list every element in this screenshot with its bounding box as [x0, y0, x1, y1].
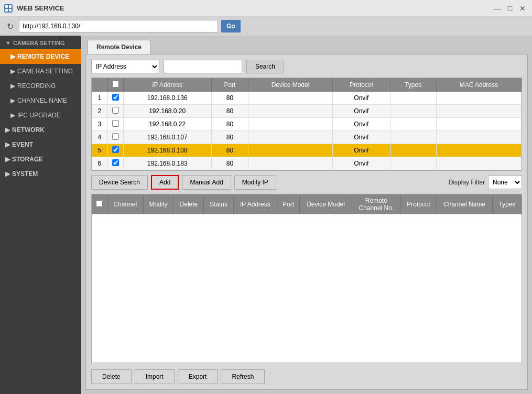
content-area: Remote Device IP Address Device Model Pr…: [81, 36, 532, 394]
sidebar: ▼ CAMERA SETTING ▶ REMOTE DEVICE ▶ CAMER…: [0, 36, 81, 394]
select-all-checkbox[interactable]: [112, 81, 119, 87]
row-check[interactable]: [107, 131, 123, 144]
tab-remote-device[interactable]: Remote Device: [88, 40, 150, 54]
sidebar-item-ipc-upgrade[interactable]: ▶ IPC UPGRADE: [0, 108, 81, 123]
ch-col-modify: Modify: [143, 194, 173, 214]
filter-select[interactable]: IP Address Device Model Protocol: [91, 60, 159, 73]
ch-col-types: Types: [493, 194, 522, 214]
row-mac: [436, 131, 521, 144]
row-mac: [436, 105, 521, 118]
sidebar-item-storage[interactable]: ▶ STORAGE: [0, 152, 81, 167]
table-row[interactable]: 2 192.168.0.20 80 Onvif: [92, 105, 522, 118]
row-model: [248, 144, 332, 157]
close-button[interactable]: ✕: [517, 3, 528, 14]
add-button[interactable]: Add: [151, 175, 179, 190]
ch-col-ip: IP Address: [233, 194, 277, 214]
channel-table: Channel Modify Delete Status IP Address …: [92, 194, 522, 214]
row-model: [248, 157, 332, 170]
minimize-button[interactable]: —: [492, 3, 503, 14]
main-panel: IP Address Device Model Protocol Search …: [85, 54, 528, 390]
ch-col-channel: Channel: [107, 194, 144, 214]
sidebar-item-system[interactable]: ▶ SYSTEM: [0, 167, 81, 181]
network-label: NETWORK: [12, 126, 45, 134]
row-check[interactable]: [107, 105, 123, 118]
table-row[interactable]: 6 192.168.0.183 80 Onvif: [92, 157, 522, 170]
sidebar-item-recording[interactable]: ▶ RECORDING: [0, 79, 81, 93]
refresh-icon[interactable]: ↻: [4, 20, 16, 32]
row-mac: [436, 92, 521, 105]
export-button[interactable]: Export: [178, 369, 218, 384]
refresh-button[interactable]: Refresh: [221, 369, 265, 384]
ch-col-delete: Delete: [173, 194, 203, 214]
sidebar-item-remote-device[interactable]: ▶ REMOTE DEVICE: [0, 49, 81, 64]
channel-name-label: CHANNEL NAME: [17, 97, 67, 104]
row-ip: 192.168.0.136: [123, 92, 211, 105]
col-types: Types: [390, 78, 436, 92]
sidebar-item-event[interactable]: ▶ EVENT: [0, 137, 81, 152]
row-check[interactable]: [107, 92, 123, 105]
recording-arrow: ▶: [10, 82, 15, 90]
row-checkbox[interactable]: [112, 146, 119, 153]
ch-col-protocol: Protocol: [400, 194, 436, 214]
storage-label: STORAGE: [12, 156, 43, 163]
row-protocol: Onvif: [333, 105, 390, 118]
svg-rect-3: [9, 9, 12, 12]
event-label: EVENT: [12, 141, 33, 148]
device-table: IP Address Port Device Model Protocol Ty…: [92, 78, 522, 170]
col-ip: IP Address: [123, 78, 211, 92]
search-button[interactable]: Search: [246, 60, 284, 73]
delete-button[interactable]: Delete: [91, 369, 132, 384]
go-button[interactable]: Go: [221, 20, 241, 32]
col-model: Device Model: [248, 78, 332, 92]
row-protocol: Onvif: [333, 92, 390, 105]
ch-col-model: Device Model: [300, 194, 352, 214]
device-search-button[interactable]: Device Search: [91, 175, 148, 190]
row-protocol: Onvif: [333, 118, 390, 131]
maximize-button[interactable]: □: [505, 3, 515, 14]
row-check[interactable]: [107, 157, 123, 170]
row-checkbox[interactable]: [112, 159, 119, 166]
table-row[interactable]: 5 192.168.0.108 80 Onvif: [92, 144, 522, 157]
row-ip: 192.168.0.108: [123, 144, 211, 157]
tab-bar: Remote Device: [81, 36, 532, 54]
sidebar-item-camera-setting[interactable]: ▶ CAMERA SETTING: [0, 64, 81, 79]
channel-select-all[interactable]: [96, 200, 103, 207]
col-port: Port: [211, 78, 248, 92]
bottom-buttons: Delete Import Export Refresh: [91, 367, 522, 384]
display-filter-label: Display Filter: [449, 179, 485, 186]
camera-setting-section[interactable]: ▼ CAMERA SETTING: [0, 36, 81, 49]
row-mac: [436, 118, 521, 131]
import-button[interactable]: Import: [135, 369, 175, 384]
row-checkbox[interactable]: [112, 107, 119, 114]
svg-rect-2: [5, 9, 8, 12]
address-input[interactable]: [19, 20, 218, 32]
row-check[interactable]: [107, 118, 123, 131]
row-checkbox[interactable]: [112, 120, 119, 127]
filter-input[interactable]: [164, 60, 242, 73]
table-row[interactable]: 4 192.168.0.107 80 Onvif: [92, 131, 522, 144]
ipc-upgrade-arrow: ▶: [10, 112, 15, 119]
row-checkbox[interactable]: [112, 133, 119, 140]
titlebar: WEB SERVICE — □ ✕: [0, 0, 532, 17]
row-protocol: Onvif: [333, 144, 390, 157]
table-row[interactable]: 1 192.168.0.136 80 Onvif: [92, 92, 522, 105]
row-model: [248, 131, 332, 144]
display-filter-select[interactable]: None All Added: [488, 176, 522, 189]
row-checkbox[interactable]: [112, 94, 119, 101]
row-model: [248, 92, 332, 105]
row-num: 5: [92, 144, 107, 157]
sidebar-item-network[interactable]: ▶ NETWORK: [0, 123, 81, 137]
row-check[interactable]: [107, 144, 123, 157]
modify-ip-button[interactable]: Modify IP: [234, 175, 276, 190]
row-mac: [436, 157, 521, 170]
table-row[interactable]: 3 192.168.0.22 80 Onvif: [92, 118, 522, 131]
titlebar-controls: — □ ✕: [492, 3, 528, 14]
system-arrow: ▶: [5, 170, 10, 178]
row-ip: 192.168.0.22: [123, 118, 211, 131]
col-num: [92, 78, 107, 92]
sidebar-item-channel-name[interactable]: ▶ CHANNEL NAME: [0, 93, 81, 108]
row-types: [390, 118, 436, 131]
row-types: [390, 105, 436, 118]
row-num: 2: [92, 105, 107, 118]
manual-add-button[interactable]: Manual Add: [182, 175, 231, 190]
